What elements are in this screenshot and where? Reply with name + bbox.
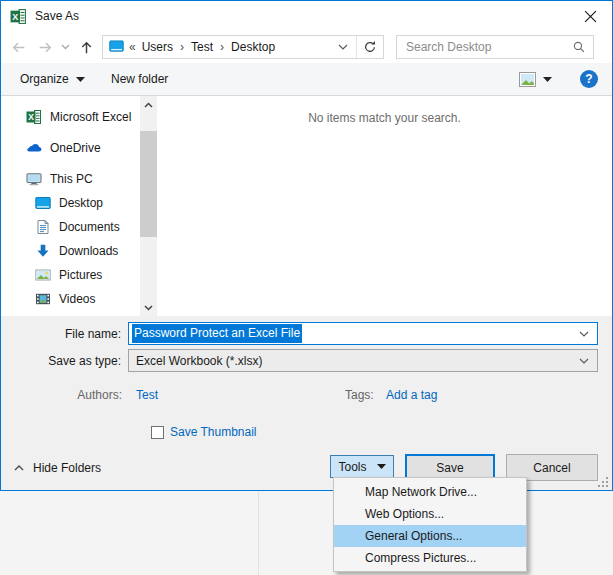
sidebar-item-label: Downloads	[59, 244, 118, 258]
document-icon	[35, 219, 51, 235]
save-thumbnail-checkbox[interactable]	[151, 426, 164, 439]
breadcrumb-separator-icon: ›	[217, 40, 227, 54]
excel-icon: X	[26, 109, 42, 125]
sidebar-item-label: Microsoft Excel	[50, 110, 131, 124]
save-as-type-label: Save as type:	[1, 350, 121, 372]
desktop-icon	[35, 195, 51, 211]
navigation-bar: « Users › Test › Desktop	[1, 31, 612, 63]
refresh-icon[interactable]	[356, 36, 383, 58]
close-icon[interactable]	[568, 1, 612, 31]
view-thumbnail-icon	[519, 72, 536, 87]
download-arrow-icon	[35, 243, 51, 259]
new-folder-label: New folder	[111, 72, 168, 86]
cancel-label: Cancel	[533, 461, 570, 475]
sidebar-item-pictures[interactable]: Pictures	[1, 263, 140, 287]
add-a-tag-link[interactable]: Add a tag	[386, 387, 437, 403]
help-glyph: ?	[585, 72, 592, 86]
menu-item-map-network-drive[interactable]: Map Network Drive...	[334, 481, 526, 503]
save-as-type-value: Excel Workbook (*.xlsx)	[136, 354, 262, 368]
background-divider	[258, 491, 259, 575]
desktop-location-icon	[109, 40, 124, 54]
forward-icon[interactable]	[36, 38, 54, 56]
empty-search-message: No items match your search.	[157, 111, 612, 125]
sidebar-item-downloads[interactable]: Downloads	[1, 239, 140, 263]
sidebar-item-this-pc[interactable]: This PC	[1, 167, 140, 191]
hide-folders-label: Hide Folders	[33, 461, 101, 475]
video-film-icon	[35, 291, 51, 307]
sidebar-item-desktop[interactable]: Desktop	[1, 191, 140, 215]
breadcrumb-item-users[interactable]: Users	[138, 40, 177, 54]
sidebar-item-label: This PC	[50, 172, 93, 186]
tools-button[interactable]: Tools	[330, 455, 394, 478]
chevron-down-icon	[543, 77, 552, 82]
sidebar-scrollbar[interactable]	[140, 96, 157, 316]
authors-label: Authors:	[1, 387, 122, 403]
sidebar-item-label: Videos	[59, 292, 95, 306]
save-label: Save	[436, 461, 463, 475]
menu-item-web-options[interactable]: Web Options...	[334, 503, 526, 525]
this-pc-monitor-icon	[26, 171, 42, 187]
svg-text:X: X	[12, 11, 18, 21]
scroll-down-icon[interactable]	[140, 299, 157, 316]
svg-text:X: X	[28, 112, 34, 122]
hide-folders-button[interactable]: Hide Folders	[14, 461, 101, 475]
save-as-dialog: X Save As	[0, 0, 613, 491]
sidebar-item-label: Documents	[59, 220, 120, 234]
search-input[interactable]	[397, 40, 572, 54]
save-thumbnail-label: Save Thumbnail	[170, 425, 257, 439]
file-name-selected-text: Password Protect an Excel File	[132, 324, 302, 343]
picture-icon	[35, 267, 51, 283]
navigation-pane: X Microsoft Excel OneDrive	[1, 96, 140, 316]
sidebar-item-onedrive[interactable]: OneDrive	[1, 136, 140, 160]
title-bar: X Save As	[1, 1, 612, 31]
breadcrumb[interactable]: « Users › Test › Desktop	[102, 35, 384, 59]
window-title: Save As	[35, 9, 79, 23]
file-name-label: File name:	[1, 323, 121, 345]
tags-label: Tags:	[345, 387, 374, 403]
organize-label: Organize	[20, 72, 69, 86]
breadcrumb-separator-icon: ›	[177, 40, 187, 54]
change-view-button[interactable]	[513, 63, 558, 95]
organize-button[interactable]: Organize	[14, 63, 91, 95]
chevron-down-icon	[377, 464, 386, 469]
authors-value-link[interactable]: Test	[136, 387, 158, 403]
save-as-type-select[interactable]: Excel Workbook (*.xlsx)	[128, 349, 598, 372]
address-dropdown-chevron-icon[interactable]	[330, 44, 356, 50]
up-icon[interactable]	[77, 38, 95, 56]
tools-label: Tools	[338, 460, 366, 474]
file-name-input[interactable]: Password Protect an Excel File	[128, 322, 598, 345]
excel-app-icon: X	[10, 8, 27, 25]
onedrive-cloud-icon	[26, 140, 42, 156]
chevron-down-icon	[76, 77, 85, 82]
breadcrumb-overflow-chevrons[interactable]: «	[129, 40, 138, 54]
chevron-down-icon[interactable]	[579, 358, 589, 364]
sidebar-item-microsoft-excel[interactable]: X Microsoft Excel	[1, 105, 140, 129]
search-box[interactable]	[396, 35, 594, 59]
search-icon[interactable]	[572, 40, 586, 54]
scrollbar-thumb[interactable]	[140, 131, 157, 237]
breadcrumb-item-test[interactable]: Test	[187, 40, 217, 54]
command-bar: Organize New folder ?	[1, 63, 612, 96]
help-button[interactable]: ?	[580, 70, 598, 88]
sidebar-item-videos[interactable]: Videos	[1, 287, 140, 311]
sidebar-item-label: Desktop	[59, 196, 103, 210]
menu-item-general-options[interactable]: General Options...	[334, 525, 526, 547]
menu-item-compress-pictures[interactable]: Compress Pictures...	[334, 547, 526, 569]
sidebar-item-label: OneDrive	[50, 141, 101, 155]
chevron-down-icon[interactable]	[579, 331, 589, 337]
sidebar-item-label: Pictures	[59, 268, 102, 282]
file-list-area[interactable]: No items match your search.	[157, 96, 612, 316]
back-icon[interactable]	[9, 38, 27, 56]
new-folder-button[interactable]: New folder	[105, 63, 174, 95]
recent-locations-chevron-icon[interactable]	[59, 38, 71, 56]
resize-grip[interactable]	[597, 476, 609, 488]
chevron-up-icon	[14, 465, 24, 471]
sidebar-item-documents[interactable]: Documents	[1, 215, 140, 239]
tools-menu: Map Network Drive... Web Options... Gene…	[333, 477, 527, 572]
content-area: X Microsoft Excel OneDrive	[1, 96, 612, 316]
scroll-up-icon[interactable]	[140, 96, 157, 113]
breadcrumb-item-desktop[interactable]: Desktop	[227, 40, 279, 54]
